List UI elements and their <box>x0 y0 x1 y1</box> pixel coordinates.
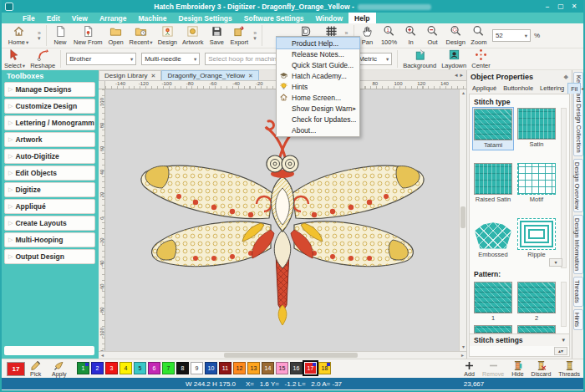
toolbox-item-create-layouts[interactable]: ▷Create Layouts <box>4 216 95 231</box>
zoom-button[interactable]: Zoom <box>468 24 490 48</box>
palette-color-18[interactable]: 18 <box>318 362 331 374</box>
palette-color-5[interactable]: 5 <box>134 362 146 374</box>
menu-edit[interactable]: Edit <box>41 13 66 23</box>
toolbox-item-edit-objects[interactable]: ▷Edit Objects <box>4 165 95 181</box>
menu-help[interactable]: Help <box>348 13 375 23</box>
menu-arrange[interactable]: Arrange <box>94 13 133 23</box>
toolbox-item-appliqu[interactable]: ▷Appliqué <box>4 199 95 214</box>
100-button[interactable]: 1100% <box>379 24 400 48</box>
toolbox-item-multi-hooping[interactable]: ▷Multi-Hooping <box>4 232 95 247</box>
apply-color-button[interactable]: Apply <box>52 360 67 377</box>
palette-color-17[interactable]: 17 <box>304 362 317 374</box>
group-expand-icon[interactable]: »▾ <box>251 31 259 41</box>
palette-color-2[interactable]: 2 <box>91 362 104 374</box>
machine-combo[interactable]: Brother▾ <box>66 53 136 65</box>
minimize-button[interactable]: – <box>542 3 553 10</box>
palette-color-10[interactable]: 10 <box>205 362 217 374</box>
properties-tab-lettering[interactable]: Lettering <box>537 83 567 94</box>
stitch-scrollbar[interactable] <box>561 108 567 268</box>
help-menu-item-home-screen[interactable]: Home Screen... <box>277 92 359 103</box>
reshape-button[interactable]: Reshape <box>28 49 58 69</box>
horizontal-scrollbar[interactable]: ◂▸ <box>99 351 466 359</box>
panel-scroll-arrows[interactable]: ▴▾ <box>554 347 567 355</box>
vertical-scroll-thumb[interactable] <box>460 206 465 228</box>
pattern-1[interactable]: 1 <box>473 282 513 322</box>
pattern-scrollbar[interactable] <box>561 282 567 327</box>
menu-window[interactable]: Window <box>310 13 349 23</box>
pattern-2[interactable]: 2 <box>516 282 557 322</box>
document-tab-design-library[interactable]: Design Library✕ <box>99 70 161 80</box>
close-tab-icon[interactable]: ✕ <box>151 73 156 79</box>
menu-file[interactable]: File <box>17 13 41 23</box>
group-expand-icon[interactable]: »▾ <box>35 31 43 41</box>
recent-button[interactable]: Recent▾ <box>127 24 155 48</box>
toolbox-item-manage-designs[interactable]: ▷Manage Designs <box>4 82 95 97</box>
stitch-type-tatami[interactable]: Tatami <box>473 108 513 150</box>
threads-button[interactable]: Threads <box>558 360 580 377</box>
docker-tab-threads[interactable]: Threads <box>573 277 583 307</box>
palette-color-11[interactable]: 11 <box>219 362 231 374</box>
design-button[interactable]: Design <box>155 24 180 48</box>
pick-color-button[interactable]: Pick <box>30 360 41 377</box>
help-menu-item-quick-start-guide[interactable]: Quick Start Guide... <box>277 59 359 70</box>
document-tab-dragonfly-orange-yellow[interactable]: Dragonfly_Orange_Yellow✕ <box>161 70 259 80</box>
close-button[interactable]: ✕ <box>568 3 580 10</box>
pattern-partial-2[interactable] <box>516 325 557 333</box>
palette-color-4[interactable]: 4 <box>120 362 132 374</box>
stitch-type-satin[interactable]: Satin <box>516 108 557 148</box>
pin-icon[interactable]: ◆ <box>564 74 568 80</box>
help-menu-item-hints[interactable]: Hints <box>277 81 359 92</box>
units-combo[interactable]: Metric▾ <box>355 53 392 65</box>
zoom-level-combo[interactable]: 52▾ <box>492 29 531 42</box>
stitch-settings-bar[interactable]: Stitch settings ▾ <box>470 333 569 346</box>
stitch-type-ripple[interactable]: Ripple <box>516 218 557 258</box>
toolbox-item-output-design[interactable]: ▷Output Design <box>4 249 95 264</box>
help-menu-item-product-help[interactable]: Product Help... <box>277 38 359 48</box>
laydown-button[interactable]: Laydown <box>439 49 469 69</box>
center-button[interactable]: Center <box>469 49 493 69</box>
help-menu-item-about[interactable]: About... <box>277 125 359 135</box>
add-button[interactable]: Add <box>464 360 475 377</box>
stitch-type-embossed[interactable]: Embossed <box>473 218 513 258</box>
help-menu-item-show-design-warning[interactable]: Show Design Warning▸ <box>277 103 359 114</box>
in-button[interactable]: In <box>400 24 422 48</box>
current-color-swatch[interactable]: 17 <box>7 362 25 376</box>
design-button[interactable]: Design <box>444 24 468 48</box>
palette-color-1[interactable]: 1 <box>77 362 89 374</box>
palette-color-16[interactable]: 16 <box>290 362 303 374</box>
maximize-button[interactable]: ▢ <box>555 3 567 10</box>
open-button[interactable]: Open <box>105 24 127 48</box>
palette-color-12[interactable]: 12 <box>233 362 246 374</box>
stitch-type-raised-satin[interactable]: Raised Satin <box>473 163 513 203</box>
menu-view[interactable]: View <box>66 13 94 23</box>
horizontal-scroll-thumb[interactable] <box>224 353 358 358</box>
discard-button[interactable]: Discard <box>532 360 552 377</box>
palette-color-9[interactable]: 9 <box>191 362 203 374</box>
close-tab-icon[interactable]: ✕ <box>248 73 253 79</box>
docker-tab-design-overview[interactable]: Design Overview <box>573 159 583 213</box>
help-menu-item-hatch-academy[interactable]: Hatch Academy... <box>277 70 359 81</box>
needle-combo[interactable]: Multi-needle▾ <box>141 53 200 65</box>
save-button[interactable]: Save <box>206 24 227 48</box>
pattern-partial-1[interactable] <box>473 325 513 333</box>
artwork-button[interactable]: Artwork <box>180 24 206 48</box>
palette-color-3[interactable]: 3 <box>105 362 118 374</box>
docker-tab-hints[interactable]: Hints <box>573 309 583 330</box>
menu-design-settings[interactable]: Design Settings <box>173 13 238 23</box>
toolbox-item-auto-digitize[interactable]: ▷Auto-Digitize <box>4 149 95 164</box>
properties-tab-fil[interactable]: Fil <box>567 83 581 94</box>
help-menu-item-release-notes[interactable]: Release Notes... <box>277 48 359 59</box>
export-button[interactable]: Export <box>227 24 251 48</box>
palette-color-14[interactable]: 14 <box>262 362 274 374</box>
home-button[interactable]: Home▾ <box>2 24 35 48</box>
palette-color-6[interactable]: 6 <box>148 362 160 374</box>
help-menu-item-check-for-updates[interactable]: Check for Updates... <box>277 114 359 125</box>
palette-color-8[interactable]: 8 <box>176 362 189 374</box>
hide-button[interactable]: Hide <box>511 360 523 377</box>
toolbox-item-customize-design[interactable]: ▷Customize Design <box>4 99 95 114</box>
properties-tab-arrows[interactable]: ◂▸ <box>581 83 585 94</box>
vertical-scrollbar[interactable]: ▴▾ <box>459 89 466 351</box>
background-button[interactable]: Background <box>400 49 439 69</box>
properties-tab-buttonhole[interactable]: Buttonhole <box>500 83 537 94</box>
new-button[interactable]: New <box>49 24 71 48</box>
